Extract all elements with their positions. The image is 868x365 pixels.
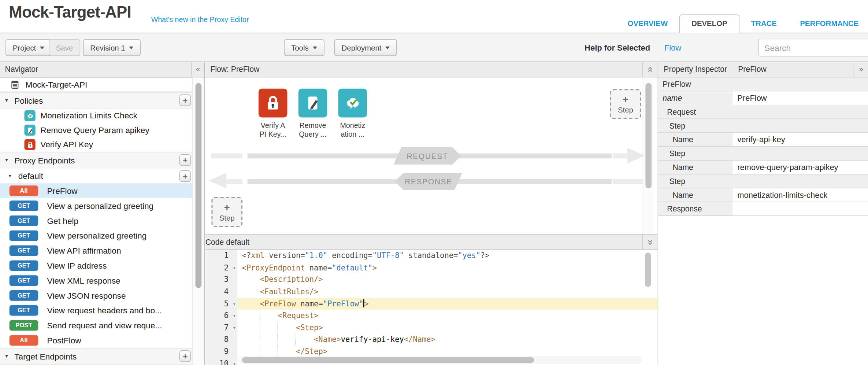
chevron-double-up-icon[interactable] <box>642 62 657 77</box>
navigator-tree: Mock-Target-API ▼ Policies + Monetizatio… <box>0 78 193 365</box>
expander-triangle-icon[interactable]: ▼ <box>8 173 12 178</box>
inspector-property-row: Response <box>658 202 868 216</box>
code-line[interactable]: 8 <Name>verify-api-key</Name> <box>205 334 658 346</box>
gutter-cell[interactable]: 5▾ <box>205 298 238 310</box>
nav-policy-item[interactable]: Remove Query Param apikey <box>0 123 193 137</box>
nav-flow-item[interactable]: POSTSend request and view reque... <box>0 318 193 333</box>
fold-arrow-icon[interactable]: ▾ <box>233 322 236 334</box>
gutter-cell[interactable]: 7▾ <box>205 322 238 334</box>
nav-flow-item[interactable]: GETView a personalized greeting <box>0 198 193 213</box>
code-line[interactable]: 7▾ <Step> <box>205 322 658 334</box>
code-text[interactable]: <Step> <box>237 322 657 334</box>
nav-item-proxy-root[interactable]: Mock-Target-API <box>0 78 193 92</box>
fold-arrow-icon[interactable]: ▾ <box>233 298 236 310</box>
whats-new-link[interactable]: What's new in the Proxy Editor <box>151 15 249 24</box>
nav-flow-item[interactable]: GETView JSON response <box>0 288 193 303</box>
chevron-double-down-icon[interactable] <box>642 235 657 249</box>
navigator-scrollbar-thumb[interactable] <box>196 83 202 288</box>
line-number: 5 <box>224 299 229 308</box>
gutter-cell[interactable]: 2▾ <box>205 262 238 274</box>
nav-section-policies[interactable]: ▼ Policies + <box>0 92 193 108</box>
gutter-cell[interactable]: 9 <box>205 346 238 358</box>
revision-button[interactable]: Revision 1 <box>83 39 141 56</box>
nav-policy-item[interactable]: Verify API Key <box>0 137 193 152</box>
nav-flow-item[interactable]: GETView request headers and bo... <box>0 303 193 318</box>
code-text[interactable]: <Description/> <box>237 274 657 286</box>
gutter-cell[interactable]: 4 <box>205 286 238 298</box>
nav-section-proxy-endpoints[interactable]: ▼ Proxy Endpoints + <box>0 152 193 168</box>
add-step-button-response[interactable]: + Step <box>211 197 242 227</box>
flow-step-lock[interactable]: Verify API Key... <box>259 89 288 139</box>
tab-performance[interactable]: PERFORMANCE <box>789 14 868 33</box>
code-line[interactable]: 6▾ <Request> <box>205 310 658 322</box>
expander-triangle-icon[interactable]: ▼ <box>4 98 9 103</box>
expander-triangle-icon[interactable]: ▼ <box>4 354 9 359</box>
inspector-section-row: PreFlow <box>658 78 868 92</box>
code-line[interactable]: 2▾<ProxyEndpoint name="default"> <box>205 262 658 274</box>
fold-arrow-icon[interactable]: ▾ <box>233 310 236 322</box>
tab-overview[interactable]: OVERVIEW <box>616 14 679 33</box>
code-text[interactable]: <Request> <box>237 310 657 322</box>
nav-flow-item[interactable]: GETView XML response <box>0 273 193 288</box>
flow-scrollbar-thumb[interactable] <box>645 83 652 188</box>
inspector-property-value[interactable]: verify-api-key <box>732 133 868 146</box>
inspector-property-value[interactable] <box>732 202 868 215</box>
gutter-cell[interactable]: 6▾ <box>205 310 238 322</box>
code-line[interactable]: 9 </Step> <box>205 346 658 358</box>
project-button[interactable]: Project <box>5 39 51 56</box>
code-text[interactable] <box>237 358 657 365</box>
code-text[interactable]: <ProxyEndpoint name="default"> <box>237 262 657 274</box>
nav-item-endpoint-default[interactable]: ▼ default + <box>0 168 193 183</box>
search-input[interactable] <box>758 39 868 56</box>
tab-trace[interactable]: TRACE <box>739 14 789 33</box>
collapse-left-icon[interactable]: « <box>191 62 204 77</box>
gutter-cell[interactable]: 10▾ <box>205 358 238 365</box>
add-proxy-endpoint-button[interactable]: + <box>179 154 191 166</box>
nav-policy-item[interactable]: Monetization Limits Check <box>0 108 193 123</box>
inspector-property-value[interactable]: PreFlow <box>732 91 868 104</box>
deployment-button[interactable]: Deployment <box>334 39 397 56</box>
inspector-property-value[interactable]: remove-query-param-apikey <box>732 161 868 174</box>
code-text[interactable]: <Name>verify-api-key</Name> <box>237 334 657 346</box>
code-line[interactable]: 5▾ <PreFlow name="PreFlow"> <box>205 298 658 310</box>
tab-develop[interactable]: DEVELOP <box>679 14 739 33</box>
nav-flow-item[interactable]: AllPreFlow <box>0 183 193 198</box>
expander-triangle-icon[interactable]: ▼ <box>4 158 9 163</box>
nav-flow-item[interactable]: GETGet help <box>0 213 193 228</box>
code-text[interactable]: <PreFlow name="PreFlow"> <box>237 298 657 310</box>
nav-flow-item[interactable]: GETView API affirmation <box>0 243 193 258</box>
inspector-property-value[interactable]: monetization-limits-check <box>732 188 868 202</box>
code-text[interactable]: <FaultRules/> <box>237 286 657 298</box>
nav-flow-item[interactable]: AllPostFlow <box>0 333 193 348</box>
flow-step-edit[interactable]: RemoveQuery ... <box>298 89 327 139</box>
add-flow-button[interactable]: + <box>179 170 191 182</box>
code-text[interactable]: <?xml version="1.0" encoding="UTF-8" sta… <box>237 250 657 262</box>
inspector-property-label: name <box>658 91 732 104</box>
code-line[interactable]: 1<?xml version="1.0" encoding="UTF-8" st… <box>205 250 658 262</box>
code-text[interactable]: </Step> <box>237 346 657 358</box>
toolbar: Project Save Revision 1 Tools Deployment… <box>0 33 868 62</box>
code-line[interactable]: 3 <Description/> <box>205 274 658 286</box>
fold-arrow-icon[interactable]: ▾ <box>233 358 236 365</box>
add-step-button-request[interactable]: + Step <box>610 89 641 119</box>
nav-flow-item[interactable]: GETView IP address <box>0 258 193 273</box>
code-line[interactable]: 10▾ <box>205 358 658 365</box>
expand-right-icon[interactable]: » <box>854 62 868 77</box>
help-flow-link[interactable]: Flow <box>664 33 681 63</box>
tools-button[interactable]: Tools <box>284 39 324 56</box>
code-line[interactable]: 4 <FaultRules/> <box>205 286 658 298</box>
inspector-section-label: Step <box>658 121 685 130</box>
add-policy-button[interactable]: + <box>179 95 191 106</box>
gutter-cell[interactable]: 3 <box>205 274 238 286</box>
fold-arrow-icon[interactable]: ▾ <box>233 262 236 274</box>
navigator-scrollbar-track <box>192 78 204 365</box>
nav-flow-item[interactable]: GETView personalized greeting <box>0 228 193 243</box>
nav-section-target-endpoints[interactable]: ▼ Target Endpoints + <box>0 348 193 364</box>
gutter-cell[interactable]: 1 <box>205 250 238 262</box>
add-target-endpoint-button[interactable]: + <box>179 350 191 362</box>
save-button[interactable]: Save <box>49 39 80 56</box>
gutter-cell[interactable]: 8 <box>205 334 238 346</box>
flow-item-label: PreFlow <box>47 186 77 196</box>
code-editor[interactable]: 1<?xml version="1.0" encoding="UTF-8" st… <box>205 250 658 365</box>
flow-step-monetization[interactable]: Monetization ... <box>338 89 367 139</box>
